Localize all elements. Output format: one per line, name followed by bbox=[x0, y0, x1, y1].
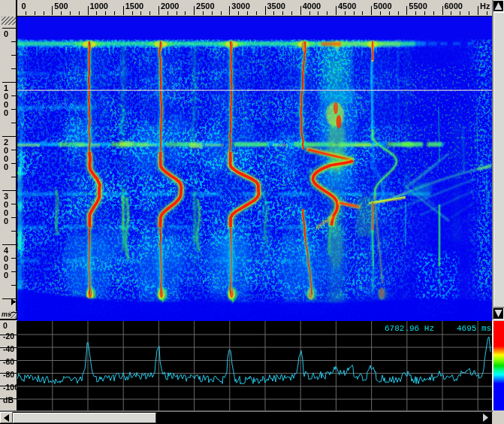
svg-text:4500: 4500 bbox=[338, 2, 356, 11]
svg-text:0: 0 bbox=[4, 217, 8, 226]
svg-text:-100: -100 bbox=[3, 383, 17, 392]
svg-text:3500: 3500 bbox=[267, 2, 285, 11]
svg-text:0: 0 bbox=[3, 321, 8, 330]
svg-text:1000: 1000 bbox=[90, 2, 108, 11]
svg-text:0: 0 bbox=[4, 271, 8, 280]
svg-text:2500: 2500 bbox=[196, 2, 214, 11]
svg-text:6782.96 Hz: 6782.96 Hz bbox=[385, 324, 434, 333]
svg-text:-60: -60 bbox=[3, 357, 14, 366]
svg-text:0: 0 bbox=[4, 162, 8, 171]
svg-text:500: 500 bbox=[54, 2, 68, 11]
svg-text:3000: 3000 bbox=[231, 2, 249, 11]
svg-text:2000: 2000 bbox=[161, 2, 179, 11]
svg-text:0: 0 bbox=[4, 108, 8, 117]
svg-text:0: 0 bbox=[4, 29, 8, 38]
svg-text:-40: -40 bbox=[3, 344, 14, 353]
svg-text:-20: -20 bbox=[3, 332, 14, 341]
svg-text:dB: dB bbox=[3, 395, 14, 404]
svg-text:1500: 1500 bbox=[125, 2, 143, 11]
svg-text:5000: 5000 bbox=[373, 2, 391, 11]
svg-text:Hz: Hz bbox=[480, 2, 490, 11]
svg-text:6000: 6000 bbox=[445, 2, 463, 11]
svg-text:-80: -80 bbox=[3, 370, 14, 379]
svg-text:0: 0 bbox=[22, 2, 26, 11]
svg-text:4000: 4000 bbox=[303, 2, 321, 11]
svg-text:5500: 5500 bbox=[409, 2, 427, 11]
svg-text:ms: ms bbox=[2, 310, 11, 318]
svg-text:4695 ms: 4695 ms bbox=[457, 324, 491, 333]
